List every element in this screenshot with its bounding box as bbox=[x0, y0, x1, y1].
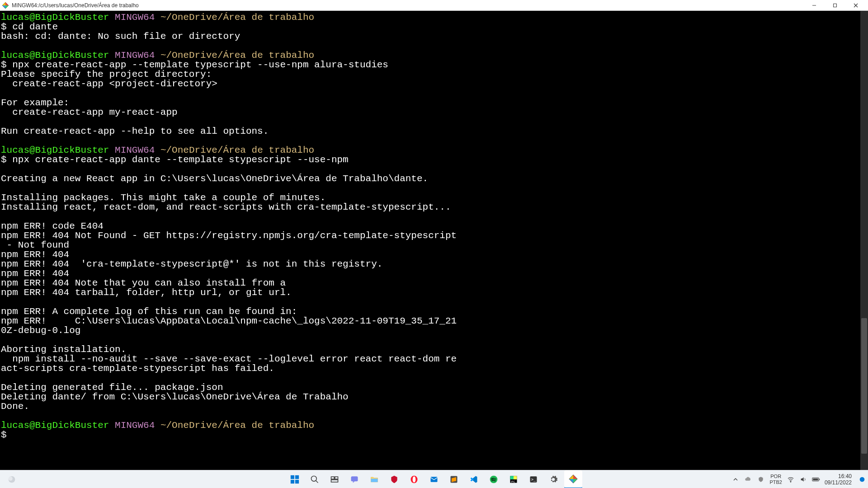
lang-bottom: PTB2 bbox=[769, 479, 782, 485]
maximize-button[interactable] bbox=[825, 0, 845, 11]
lang-top: POR bbox=[769, 474, 782, 479]
start-button[interactable] bbox=[286, 470, 304, 488]
terminal-line: lucas@BigDickBuster MINGW64 ~/OneDrive/Á… bbox=[1, 51, 867, 60]
svg-rect-12 bbox=[295, 475, 299, 479]
svg-rect-19 bbox=[331, 479, 338, 482]
minimize-button[interactable] bbox=[804, 0, 825, 11]
titlebar: MINGW64:/c/Users/lucas/OneDrive/Área de … bbox=[0, 0, 868, 11]
app-icon bbox=[2, 2, 9, 9]
terminal-line: npm ERR! 404 Not Found - GET https://reg… bbox=[1, 231, 867, 240]
svg-text:>_: >_ bbox=[531, 477, 536, 482]
svg-rect-21 bbox=[371, 479, 378, 482]
battery-icon[interactable] bbox=[812, 475, 820, 483]
security-tray-icon[interactable] bbox=[757, 475, 765, 483]
svg-rect-29 bbox=[514, 476, 517, 479]
terminal-line bbox=[1, 89, 867, 98]
svg-point-23 bbox=[413, 476, 416, 482]
close-button[interactable] bbox=[845, 0, 866, 11]
terminal-line: Run create-react-app --help to see all o… bbox=[1, 127, 867, 136]
svg-point-10 bbox=[9, 476, 13, 480]
terminal-line bbox=[1, 297, 867, 307]
terminal-line bbox=[1, 164, 867, 174]
clock[interactable]: 16:40 09/11/2022 bbox=[825, 473, 854, 486]
vscode-icon[interactable] bbox=[465, 470, 483, 488]
terminal-line: npm ERR! 404 bbox=[1, 269, 867, 278]
svg-point-15 bbox=[311, 476, 317, 481]
onedrive-icon[interactable] bbox=[744, 475, 752, 483]
notifications-icon[interactable] bbox=[858, 475, 866, 483]
svg-rect-28 bbox=[510, 476, 514, 479]
terminal-line: Creating a new React app in C:\Users\luc… bbox=[1, 174, 867, 183]
terminal-output[interactable]: lucas@BigDickBuster MINGW64 ~/OneDrive/Á… bbox=[0, 11, 868, 470]
terminal-line bbox=[1, 373, 867, 383]
terminal-line: Please specify the project directory: bbox=[1, 70, 867, 79]
terminal-line: npm ERR! A complete log of this run can … bbox=[1, 307, 867, 316]
mail-icon[interactable] bbox=[425, 470, 443, 488]
terminal-line: $ cd dante bbox=[1, 22, 867, 32]
terminal-line bbox=[1, 411, 867, 421]
terminal-line bbox=[1, 41, 867, 51]
pycharm-icon[interactable]: PC bbox=[505, 470, 523, 488]
wifi-icon[interactable] bbox=[787, 475, 795, 483]
svg-marker-36 bbox=[569, 479, 573, 483]
terminal-line: lucas@BigDickBuster MINGW64 ~/OneDrive/Á… bbox=[1, 145, 867, 155]
terminal-line: Installing react, react-dom, and react-s… bbox=[1, 202, 867, 212]
time-text: 16:40 bbox=[825, 473, 852, 479]
taskbar: PC >_ POR PTB2 bbox=[0, 470, 868, 488]
svg-rect-13 bbox=[291, 479, 294, 483]
terminal-line: act-scripts cra-template-stypescript has… bbox=[1, 364, 867, 373]
window-controls bbox=[804, 0, 866, 11]
terminal-line: create-react-app <project-directory> bbox=[1, 79, 867, 89]
terminal-line: Done. bbox=[1, 402, 867, 411]
terminal-line bbox=[1, 335, 867, 345]
file-explorer-icon[interactable] bbox=[365, 470, 383, 488]
spotify-icon[interactable] bbox=[485, 470, 503, 488]
opera-icon[interactable] bbox=[405, 470, 423, 488]
settings-icon[interactable] bbox=[544, 470, 562, 488]
terminal-line: Installing packages. This might take a c… bbox=[1, 193, 867, 202]
task-view-icon[interactable] bbox=[326, 470, 344, 488]
terminal-line: Aborting installation. bbox=[1, 345, 867, 354]
terminal-line: npm ERR! 404 tarball, folder, http url, … bbox=[1, 288, 867, 297]
language-indicator[interactable]: POR PTB2 bbox=[769, 474, 782, 485]
svg-rect-18 bbox=[335, 477, 338, 479]
terminal-line: npm ERR! 404 'cra-template-stypescript@*… bbox=[1, 259, 867, 269]
terminal-line: - Not found bbox=[1, 240, 867, 250]
chat-icon[interactable] bbox=[345, 470, 363, 488]
terminal-line: $ npx create-react-app dante --template … bbox=[1, 155, 867, 164]
svg-rect-41 bbox=[813, 478, 818, 480]
terminal-icon[interactable]: >_ bbox=[524, 470, 542, 488]
svg-rect-20 bbox=[351, 476, 358, 481]
terminal-line: Deleting generated file... package.json bbox=[1, 383, 867, 392]
volume-icon[interactable] bbox=[799, 475, 807, 483]
search-icon[interactable] bbox=[306, 470, 324, 488]
terminal-scrollbar[interactable] bbox=[860, 11, 868, 470]
svg-point-38 bbox=[790, 481, 791, 482]
terminal-line: bash: cd: dante: No such file or directo… bbox=[1, 32, 867, 41]
terminal-line: npm ERR! C:\Users\lucas\AppData\Local\np… bbox=[1, 316, 867, 326]
terminal-line: 0Z-debug-0.log bbox=[1, 326, 867, 335]
terminal-line: npm ERR! code E404 bbox=[1, 221, 867, 231]
svg-rect-14 bbox=[295, 479, 299, 483]
mcafee-icon[interactable] bbox=[385, 470, 403, 488]
terminal-line: For example: bbox=[1, 98, 867, 108]
svg-point-42 bbox=[860, 477, 865, 482]
svg-line-16 bbox=[316, 480, 318, 483]
terminal-line bbox=[1, 136, 867, 145]
terminal-line: $ bbox=[1, 430, 867, 440]
terminal-line: Deleting dante/ from C:\Users\lucas\OneD… bbox=[1, 392, 867, 402]
scrollbar-thumb[interactable] bbox=[861, 318, 867, 454]
git-bash-icon[interactable] bbox=[564, 470, 582, 488]
svg-rect-40 bbox=[819, 479, 820, 480]
date-text: 09/11/2022 bbox=[825, 479, 852, 486]
terminal-line: npm install --no-audit --save --save-exa… bbox=[1, 354, 867, 364]
terminal-line bbox=[1, 117, 867, 127]
terminal-line bbox=[1, 183, 867, 193]
svg-rect-6 bbox=[834, 4, 837, 7]
system-tray: POR PTB2 16:40 09/11/2022 bbox=[731, 470, 866, 488]
weather-widget[interactable] bbox=[3, 470, 21, 488]
sublime-icon[interactable] bbox=[445, 470, 463, 488]
terminal-line: $ npx create-react-app --template typesc… bbox=[1, 60, 867, 70]
terminal-line: create-react-app my-react-app bbox=[1, 108, 867, 117]
tray-chevron-icon[interactable] bbox=[731, 475, 740, 483]
